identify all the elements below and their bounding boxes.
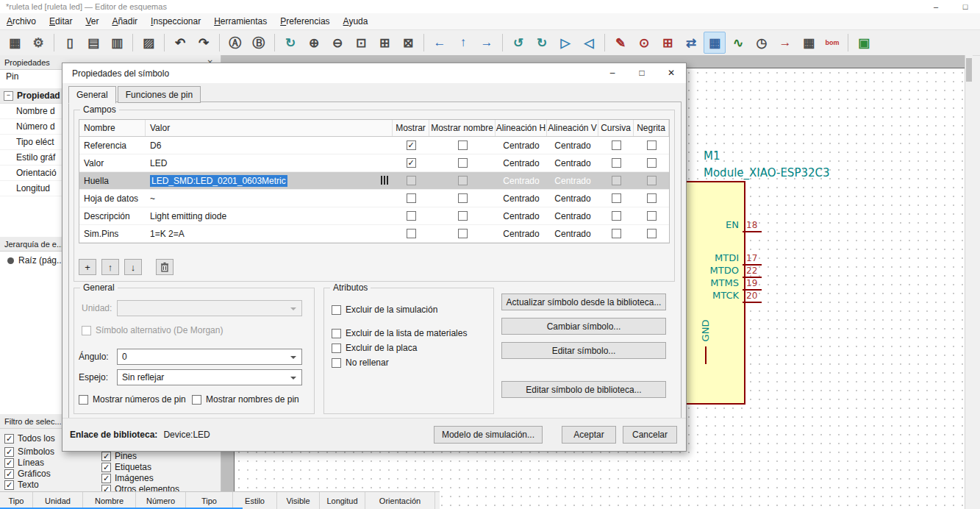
field-italic-checkbox[interactable] — [612, 176, 621, 185]
side-button-editar-s-mbolo-de-biblioteca[interactable]: Editar símbolo de biblioteca... — [501, 381, 666, 398]
filter-item-texto[interactable]: Texto — [4, 480, 39, 490]
plugins-icon[interactable]: ▣ — [853, 32, 875, 54]
fields-header-alineaci-n-h[interactable]: Alineación H — [496, 120, 547, 136]
field-value[interactable]: LED — [146, 154, 393, 171]
field-italic-checkbox[interactable] — [612, 158, 621, 168]
field-italic-checkbox[interactable] — [612, 211, 621, 221]
field-show-name-checkbox[interactable] — [458, 176, 468, 185]
field-show-name-checkbox[interactable] — [458, 229, 468, 238]
menu-ver[interactable]: Ver — [79, 14, 105, 29]
field-bold-checkbox[interactable] — [647, 229, 657, 238]
filter-item-s-mbolos[interactable]: Símbolos — [4, 446, 54, 457]
accept-button[interactable]: Aceptar — [562, 426, 616, 444]
simulation-model-button[interactable]: Modelo de simulación... — [434, 426, 543, 444]
fields-header-mostrar[interactable]: Mostrar — [393, 120, 429, 136]
field-row-sim-pins[interactable]: Sim.Pins1=K 2=ACentradoCentrado — [79, 225, 669, 243]
collapse-icon[interactable]: − — [4, 91, 13, 101]
reannotate-icon[interactable]: ⇄ — [680, 32, 702, 54]
undo-icon[interactable]: ↶ — [169, 32, 191, 54]
field-show-checkbox[interactable] — [407, 158, 416, 168]
filter-item-etiquetas[interactable]: Etiquetas — [101, 462, 151, 472]
schematic-setup-icon[interactable]: ⚙ — [27, 32, 49, 54]
field-italic-checkbox[interactable] — [612, 140, 621, 150]
assign-footprints-icon[interactable]: ⊞ — [657, 32, 679, 54]
filter-checkbox[interactable] — [4, 480, 14, 490]
filter-item-todos-los[interactable]: Todos los — [4, 433, 55, 444]
save-icon[interactable]: ▦ — [4, 32, 26, 54]
sim-probe-icon[interactable]: ◷ — [751, 32, 773, 54]
menu-preferencias[interactable]: Preferencias — [273, 14, 336, 29]
mirror-select[interactable]: Sin reflejar — [117, 369, 302, 385]
annotate-icon[interactable]: ✎ — [609, 32, 632, 54]
field-show-checkbox[interactable] — [407, 176, 416, 185]
field-bold-checkbox[interactable] — [647, 158, 657, 168]
field-row-hoja-de-datos[interactable]: Hoja de datos~CentradoCentrado — [79, 190, 669, 207]
field-show-checkbox[interactable] — [407, 140, 416, 150]
dialog-close-button[interactable]: ✕ — [657, 63, 686, 83]
table-editor-icon[interactable]: ▦ — [798, 32, 820, 54]
field-h-align[interactable]: Centrado — [496, 207, 547, 224]
rotate-cw-icon[interactable]: ↻ — [531, 32, 553, 54]
tab-pin-functions[interactable]: Funciones de pin — [118, 86, 201, 103]
find-icon[interactable]: Ⓐ — [224, 32, 246, 54]
field-h-align[interactable]: Centrado — [496, 225, 547, 242]
refresh-icon[interactable]: ↻ — [279, 32, 301, 54]
symbol-fields-table-icon[interactable]: ▦ — [704, 32, 726, 54]
filter-checkbox[interactable] — [4, 458, 14, 468]
attribute-excluir-de-la-lista-de-materiales[interactable]: Excluir de la lista de materiales — [332, 328, 467, 338]
field-show-name-checkbox[interactable] — [458, 193, 468, 203]
field-show-checkbox[interactable] — [407, 229, 416, 238]
export-netlist-icon[interactable]: → — [774, 32, 796, 54]
window-minimize-button[interactable]: – — [921, 0, 951, 13]
side-button-editar-s-mbolo[interactable]: Editar símbolo... — [501, 342, 666, 359]
move-field-up-button[interactable]: ↑ — [101, 259, 119, 275]
menu-editar[interactable]: Editar — [43, 14, 79, 29]
field-v-align[interactable]: Centrado — [547, 225, 598, 242]
field-show-name-checkbox[interactable] — [458, 140, 468, 150]
field-show-name-checkbox[interactable] — [458, 211, 468, 221]
field-bold-checkbox[interactable] — [647, 211, 657, 221]
menu-a-adir[interactable]: Añadir — [105, 14, 144, 29]
field-italic-checkbox[interactable] — [612, 193, 621, 203]
zoom-in-icon[interactable]: ⊕ — [303, 32, 325, 54]
fields-header-mostrar-nombre[interactable]: Mostrar nombre — [429, 120, 496, 136]
filter-item-gr-ficos[interactable]: Gráficos — [4, 469, 51, 479]
menu-archivo[interactable]: Archivo — [0, 14, 43, 29]
field-show-name-checkbox[interactable] — [458, 158, 468, 168]
show-pin-names-row[interactable]: Mostrar nombres de pin — [192, 394, 299, 405]
field-v-align[interactable]: Centrado — [547, 137, 598, 154]
pin-table-column-2[interactable]: Nombre — [83, 492, 136, 509]
field-row-descripci-n[interactable]: DescripciónLight emitting diodeCentradoC… — [79, 207, 669, 225]
pin-table-column-0[interactable]: Tipo — [0, 492, 33, 509]
vertical-scrollbar-thumb[interactable] — [966, 58, 972, 82]
field-value[interactable]: LED_SMD:LED_0201_0603Metric — [146, 172, 393, 189]
print-icon[interactable]: ▤ — [82, 32, 104, 54]
page-settings-icon[interactable]: ▯ — [59, 32, 81, 54]
redo-icon[interactable]: ↷ — [193, 32, 215, 54]
attribute-excluir-de-la-placa[interactable]: Excluir de la placa — [332, 343, 417, 353]
field-h-align[interactable]: Centrado — [496, 190, 547, 207]
erc-icon[interactable]: ⊙ — [633, 32, 655, 54]
field-value[interactable]: D6 — [146, 137, 393, 154]
attribute-excluir-de-la-simulaci-n[interactable]: Excluir de la simulación — [332, 305, 437, 315]
nav-back-icon[interactable]: ← — [429, 32, 451, 54]
nav-forward-icon[interactable]: → — [476, 32, 498, 54]
pin-table-column-5[interactable]: Estilo — [233, 492, 277, 509]
attribute-checkbox[interactable] — [332, 329, 341, 338]
find-replace-icon[interactable]: Ⓑ — [248, 32, 270, 54]
field-h-align[interactable]: Centrado — [496, 137, 547, 154]
add-field-button[interactable]: + — [79, 259, 96, 275]
attribute-checkbox[interactable] — [332, 344, 341, 353]
filter-checkbox[interactable] — [101, 474, 111, 483]
fields-header-nombre[interactable]: Nombre — [79, 120, 146, 136]
filter-item-l-neas[interactable]: Líneas — [4, 458, 44, 468]
field-italic-checkbox[interactable] — [612, 229, 621, 238]
field-bold-checkbox[interactable] — [647, 140, 657, 150]
filter-checkbox[interactable] — [4, 469, 14, 479]
fields-header-valor[interactable]: Valor — [146, 120, 393, 136]
field-v-align[interactable]: Centrado — [547, 190, 598, 207]
field-show-checkbox[interactable] — [407, 211, 416, 221]
rotate-ccw-icon[interactable]: ↺ — [507, 32, 529, 54]
field-bold-checkbox[interactable] — [647, 193, 657, 203]
fields-header-alineaci-n-v[interactable]: Alineación V — [547, 120, 598, 136]
